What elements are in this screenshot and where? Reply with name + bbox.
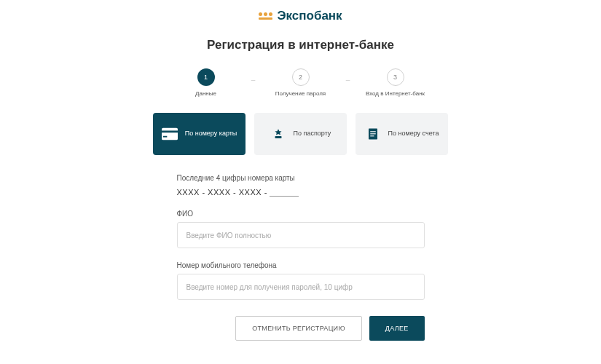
stepper: 1 Данные – 2 Получение пароля – 3 Вход в… [90, 68, 512, 97]
step-3: 3 Вход в Интернет-банк [356, 68, 436, 97]
tab-by-account[interactable]: По номеру счета [356, 113, 448, 155]
document-icon [365, 127, 381, 141]
card-mask-prefix: XXXX - XXXX - XXXX - [177, 188, 267, 197]
step-3-number: 3 [387, 68, 404, 86]
svg-rect-2 [163, 136, 168, 138]
step-1-label: Данные [195, 90, 216, 97]
form-actions: ОТМЕНИТЬ РЕГИСТРАЦИЮ ДАЛЕЕ [177, 316, 425, 341]
step-3-label: Вход в Интернет-банк [366, 90, 425, 97]
svg-rect-6 [370, 133, 376, 134]
brand-logo: Экспобанк [90, 9, 512, 23]
svg-rect-0 [162, 128, 178, 141]
registration-form: Последние 4 цифры номера карты XXXX - XX… [177, 174, 425, 341]
page-title: Регистрация в интернет-банке [90, 38, 512, 52]
svg-rect-3 [275, 136, 281, 138]
svg-rect-5 [370, 131, 376, 132]
step-2-label: Получение пароля [275, 90, 326, 97]
method-tabs: По номеру карты По паспорту По номеру сч… [153, 113, 448, 155]
card-last4-label: Последние 4 цифры номера карты [177, 174, 425, 182]
card-last4-input[interactable] [270, 186, 299, 197]
step-separator: – [341, 76, 356, 84]
tab-by-passport-label: По паспорту [294, 130, 331, 138]
step-2: 2 Получение пароля [261, 68, 341, 97]
tab-by-card-label: По номеру карты [185, 130, 237, 138]
phone-input[interactable] [177, 274, 425, 300]
fio-input[interactable] [177, 222, 425, 248]
card-icon [162, 127, 178, 141]
step-1-number: 1 [197, 68, 215, 86]
svg-rect-1 [162, 130, 178, 132]
field-phone: Номер мобильного телефона [177, 261, 425, 300]
tab-by-passport[interactable]: По паспорту [254, 113, 347, 155]
svg-rect-7 [370, 135, 374, 136]
step-1: 1 Данные [166, 68, 246, 97]
step-2-number: 2 [292, 68, 310, 86]
cancel-button[interactable]: ОТМЕНИТЬ РЕГИСТРАЦИЮ [235, 316, 362, 341]
field-fio: ФИО [177, 210, 425, 248]
brand-name: Экспобанк [277, 9, 342, 23]
card-mask-row: XXXX - XXXX - XXXX - [177, 186, 425, 197]
tab-by-card[interactable]: По номеру карты [153, 113, 245, 155]
passport-icon [270, 127, 286, 141]
field-card-last4: Последние 4 цифры номера карты XXXX - XX… [177, 174, 425, 197]
tab-by-account-label: По номеру счета [388, 130, 439, 138]
step-separator: – [246, 76, 261, 84]
next-button[interactable]: ДАЛЕЕ [369, 316, 425, 341]
fio-label: ФИО [177, 210, 425, 218]
brand-logo-icon [259, 12, 272, 20]
phone-label: Номер мобильного телефона [177, 261, 425, 269]
